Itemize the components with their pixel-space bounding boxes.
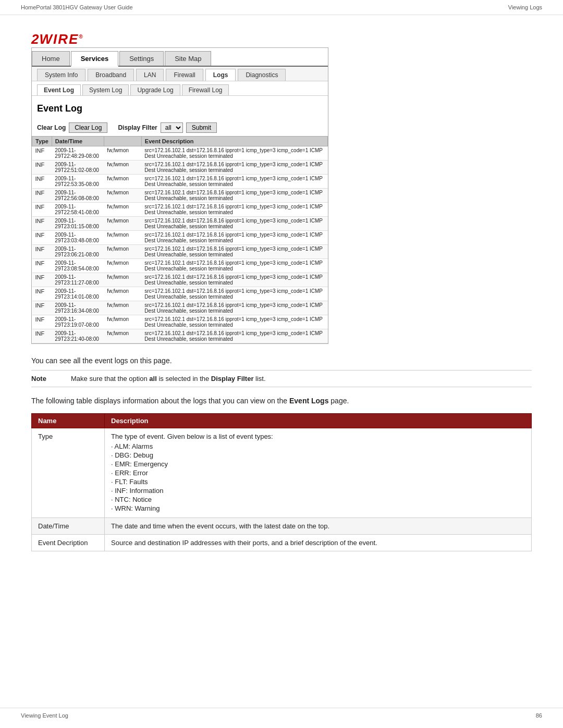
info-table-row: Event Decription Source and destination …	[32, 535, 532, 551]
clear-log-group: Clear Log Clear Log	[37, 122, 107, 133]
cell-datetime: 2009-11- 29T22:51:02-08:00	[52, 161, 104, 175]
tab-logs[interactable]: Logs	[205, 69, 236, 81]
info-col-header-desc: Description	[105, 414, 532, 428]
info-cell-desc: The type of event. Given below is a list…	[105, 428, 532, 518]
table-row: INF 2009-11- 29T22:56:08-08:00 fw,fwmon …	[32, 189, 328, 203]
cell-source: fw,fwmon	[104, 245, 141, 259]
cell-source: fw,fwmon	[104, 189, 141, 203]
table-row: INF 2009-11- 29T23:21:40-08:00 fw,fwmon …	[32, 329, 328, 343]
cell-type: INF	[32, 161, 52, 175]
table-row: INF 2009-11- 29T22:51:02-08:00 fw,fwmon …	[32, 161, 328, 175]
cell-source: fw,fwmon	[104, 217, 141, 231]
info-desc-text: The date and time when the event occurs,…	[111, 522, 329, 530]
cell-type: INF	[32, 315, 52, 329]
clear-log-label: Clear Log	[37, 124, 66, 131]
cell-desc: src=172.16.102.1 dst=172.16.8.16 ipprot=…	[141, 245, 327, 259]
cell-datetime: 2009-11- 29T22:53:35-08:00	[52, 175, 104, 189]
cell-source: fw,fwmon	[104, 273, 141, 287]
cell-desc: src=172.16.102.1 dst=172.16.8.16 ipprot=…	[141, 146, 327, 161]
main-content: 2WIRE® Home Services Settings Site Map S…	[0, 15, 563, 572]
nav-tabs-tertiary: Event Log System Log Upgrade Log Firewal…	[32, 81, 328, 96]
tab-lan[interactable]: LAN	[136, 69, 164, 81]
table-row: INF 2009-11- 29T22:58:41-08:00 fw,fwmon …	[32, 203, 328, 217]
tab-system-log[interactable]: System Log	[82, 84, 129, 95]
cell-datetime: 2009-11- 29T23:06:21-08:00	[52, 245, 104, 259]
info-table: Name Description Type The type of event.…	[31, 413, 532, 551]
table-row: INF 2009-11- 29T23:08:54-08:00 fw,fwmon …	[32, 259, 328, 273]
tab-firewall[interactable]: Firewall	[166, 69, 203, 81]
cell-desc: src=172.16.102.1 dst=172.16.8.16 ipprot=…	[141, 301, 327, 315]
tab-sitemap[interactable]: Site Map	[165, 51, 211, 66]
tab-diagnostics[interactable]: Diagnostics	[238, 69, 286, 81]
cell-type: INF	[32, 146, 52, 161]
header-left: HomePortal 3801HGV Gateway User Guide	[21, 4, 133, 10]
cell-desc: src=172.16.102.1 dst=172.16.8.16 ipprot=…	[141, 231, 327, 245]
cell-datetime: 2009-11- 29T23:19:07-08:00	[52, 315, 104, 329]
cell-type: INF	[32, 189, 52, 203]
cell-desc: src=172.16.102.1 dst=172.16.8.16 ipprot=…	[141, 175, 327, 189]
tab-firewall-log[interactable]: Firewall Log	[182, 84, 229, 95]
cell-desc: src=172.16.102.1 dst=172.16.8.16 ipprot=…	[141, 329, 327, 343]
cell-desc: src=172.16.102.1 dst=172.16.8.16 ipprot=…	[141, 273, 327, 287]
table-row: INF 2009-11- 29T23:14:01-08:00 fw,fwmon …	[32, 287, 328, 301]
nav-tabs-primary: Home Services Settings Site Map	[32, 51, 328, 67]
col-header-desc: Event Description	[141, 137, 327, 146]
cell-source: fw,fwmon	[104, 259, 141, 273]
clear-log-button[interactable]: Clear Log	[69, 122, 107, 133]
cell-desc: src=172.16.102.1 dst=172.16.8.16 ipprot=…	[141, 189, 327, 203]
list-item: DBG: Debug	[111, 451, 525, 459]
note-box: Note Make sure that the option all is se…	[31, 370, 532, 387]
table-row: INF 2009-11- 29T23:11:27-08:00 fw,fwmon …	[32, 273, 328, 287]
list-item: ERR: Error	[111, 469, 525, 477]
gateway-box: Home Services Settings Site Map System I…	[31, 47, 328, 344]
cell-desc: src=172.16.102.1 dst=172.16.8.16 ipprot=…	[141, 315, 327, 329]
cell-source: fw,fwmon	[104, 146, 141, 161]
tab-home[interactable]: Home	[32, 51, 70, 66]
info-cell-desc: Source and destination IP addresses with…	[105, 535, 532, 551]
list-item: NTC: Notice	[111, 496, 525, 503]
logo-trademark: ®	[79, 34, 83, 40]
tab-settings[interactable]: Settings	[119, 51, 164, 66]
cell-source: fw,fwmon	[104, 315, 141, 329]
display-filter-group: Display Filter all Submit	[118, 122, 217, 133]
cell-type: INF	[32, 273, 52, 287]
nav-tabs-secondary: System Info Broadband LAN Firewall Logs …	[32, 67, 328, 81]
cell-datetime: 2009-11- 29T23:01:15-08:00	[52, 217, 104, 231]
table-row: INF 2009-11- 29T23:06:21-08:00 fw,fwmon …	[32, 245, 328, 259]
cell-source: fw,fwmon	[104, 287, 141, 301]
page-footer: Viewing Event Log 86	[0, 708, 563, 723]
cell-datetime: 2009-11- 29T23:11:27-08:00	[52, 273, 104, 287]
cell-datetime: 2009-11- 29T23:21:40-08:00	[52, 329, 104, 343]
page-header: HomePortal 3801HGV Gateway User Guide Vi…	[0, 0, 563, 15]
cell-type: INF	[32, 259, 52, 273]
logo: 2WIRE®	[31, 31, 532, 47]
list-item: FLT: Faults	[111, 478, 525, 486]
col-header-type: Type	[32, 137, 52, 146]
tab-services[interactable]: Services	[71, 51, 119, 67]
log-table: Type Date/Time Event Description INF 200…	[32, 136, 328, 343]
cell-type: INF	[32, 301, 52, 315]
note-label: Note	[31, 375, 63, 382]
cell-source: fw,fwmon	[104, 203, 141, 217]
table-row: INF 2009-11- 29T22:53:35-08:00 fw,fwmon …	[32, 175, 328, 189]
table-row: INF 2009-11- 29T23:01:15-08:00 fw,fwmon …	[32, 217, 328, 231]
tab-broadband[interactable]: Broadband	[88, 69, 134, 81]
table-row: INF 2009-11- 29T23:19:07-08:00 fw,fwmon …	[32, 315, 328, 329]
tab-upgrade-log[interactable]: Upgrade Log	[130, 84, 180, 95]
col-header-source	[104, 137, 141, 146]
submit-button[interactable]: Submit	[186, 122, 217, 133]
table-row: INF 2009-11- 29T23:03:48-08:00 fw,fwmon …	[32, 231, 328, 245]
section-title: Event Log	[37, 103, 323, 114]
cell-type: INF	[32, 231, 52, 245]
cell-datetime: 2009-11- 29T22:56:08-08:00	[52, 189, 104, 203]
para1: You can see all the event logs on this p…	[31, 356, 532, 365]
display-filter-select[interactable]: all	[161, 122, 183, 133]
cell-datetime: 2009-11- 29T22:58:41-08:00	[52, 203, 104, 217]
list-item: EMR: Emergency	[111, 460, 525, 468]
info-desc-text: The type of event. Given below is a list…	[111, 433, 273, 440]
tab-system-info[interactable]: System Info	[37, 69, 85, 81]
cell-datetime: 2009-11- 29T23:16:34-08:00	[52, 301, 104, 315]
info-col-header-name: Name	[32, 414, 105, 428]
tab-event-log[interactable]: Event Log	[37, 84, 81, 95]
bullet-list: ALM: AlarmsDBG: DebugEMR: EmergencyERR: …	[111, 442, 525, 512]
